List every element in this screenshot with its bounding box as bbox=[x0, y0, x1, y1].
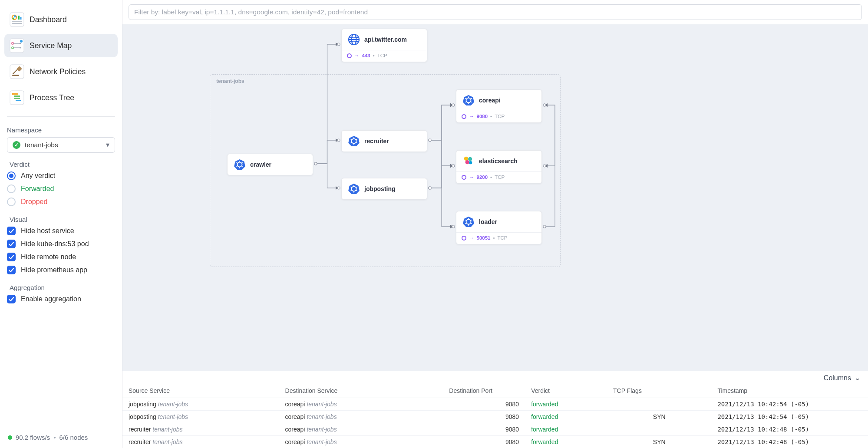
filters: Verdict Any verdict Forwarded Dropped Vi… bbox=[7, 159, 115, 303]
service-title: crawler bbox=[250, 161, 271, 168]
status-flows: 90.2 flows/s bbox=[16, 434, 50, 441]
nav-list: Dashboard Service Map Network Policies P… bbox=[4, 8, 118, 109]
edge-endpoint bbox=[337, 43, 340, 46]
service-title: jobposting bbox=[364, 185, 396, 192]
service-card-loader[interactable]: loader → 50051 • TCP bbox=[456, 211, 542, 244]
service-title: elasticsearch bbox=[479, 158, 518, 165]
col-timestamp[interactable]: Timestamp bbox=[711, 384, 868, 398]
service-card-coreapi[interactable]: coreapi → 9080 • TCP bbox=[456, 89, 542, 123]
namespace-box-label: tenant-jobs bbox=[216, 78, 244, 84]
flows-table: Source Service Destination Service Desti… bbox=[122, 384, 868, 448]
service-card-elasticsearch[interactable]: elasticsearch → 9200 • TCP bbox=[456, 150, 542, 184]
cell-port: 9080 bbox=[443, 398, 525, 411]
service-port: → 443 • TCP bbox=[342, 50, 427, 62]
port-arrow-icon: → bbox=[354, 53, 360, 58]
port-number: 9200 bbox=[477, 175, 488, 180]
visual-option-label: Hide kube-dns:53 pod bbox=[21, 240, 89, 248]
service-port: → 9080 • TCP bbox=[456, 111, 541, 122]
namespace-value: tenant-jobs bbox=[25, 141, 58, 149]
cell-port: 9080 bbox=[443, 423, 525, 436]
port-circle-icon bbox=[462, 236, 466, 240]
service-map-icon bbox=[10, 38, 24, 53]
service-card-jobposting[interactable]: jobposting bbox=[341, 178, 427, 200]
visual-option-prom[interactable]: Hide prometheus app bbox=[7, 266, 115, 274]
cell-verdict: forwarded bbox=[525, 436, 607, 448]
table-row[interactable]: jobposting tenant-jobs coreapi tenant-jo… bbox=[122, 398, 868, 411]
cell-verdict: forwarded bbox=[525, 411, 607, 423]
flows-header-row: Source Service Destination Service Desti… bbox=[122, 384, 868, 398]
visual-option-label: Hide host service bbox=[21, 227, 74, 235]
aggregation-option[interactable]: Enable aggregation bbox=[7, 295, 115, 303]
visual-option-host[interactable]: Hide host service bbox=[7, 227, 115, 235]
table-row[interactable]: recruiter tenant-jobs coreapi tenant-job… bbox=[122, 436, 868, 448]
table-row[interactable]: jobposting tenant-jobs coreapi tenant-jo… bbox=[122, 411, 868, 423]
flow-panel: Columns ⌄ Source Service Destination Ser… bbox=[122, 371, 868, 448]
col-port[interactable]: Destination Port bbox=[443, 384, 525, 398]
kubernetes-icon bbox=[462, 94, 475, 106]
main: tenant-jobs crawler api.twitter.com → 44… bbox=[122, 0, 868, 448]
aggregation-option-label: Enable aggregation bbox=[21, 295, 81, 303]
policies-icon bbox=[10, 64, 24, 79]
table-row[interactable]: recruiter tenant-jobs coreapi tenant-job… bbox=[122, 423, 868, 436]
cell-timestamp: 2021/12/13 10:42:54 (-05) bbox=[711, 411, 868, 423]
radio-icon bbox=[7, 171, 16, 180]
elastic-icon bbox=[462, 155, 475, 167]
aggregation-label: Aggregation bbox=[10, 284, 112, 291]
sidebar: Dashboard Service Map Network Policies P… bbox=[0, 0, 122, 448]
service-header: loader bbox=[456, 211, 541, 232]
namespace-select-button[interactable]: ✓ tenant-jobs ▾ bbox=[7, 137, 115, 153]
verdict-option-forwarded[interactable]: Forwarded bbox=[7, 184, 115, 193]
flows-body: jobposting tenant-jobs coreapi tenant-jo… bbox=[122, 398, 868, 448]
sidebar-item-dashboard[interactable]: Dashboard bbox=[4, 8, 118, 31]
cell-destination: coreapi tenant-jobs bbox=[279, 436, 443, 448]
verdict-option-dropped[interactable]: Dropped bbox=[7, 198, 115, 206]
col-destination[interactable]: Destination Service bbox=[279, 384, 443, 398]
checkbox-icon bbox=[7, 227, 16, 235]
col-verdict[interactable]: Verdict bbox=[525, 384, 607, 398]
visual-group: Hide host service Hide kube-dns:53 pod H… bbox=[7, 227, 115, 274]
cell-verdict: forwarded bbox=[525, 398, 607, 411]
cell-tcp: SYN bbox=[607, 436, 711, 448]
col-tcp-flags[interactable]: TCP Flags bbox=[607, 384, 711, 398]
cell-source: recruiter tenant-jobs bbox=[122, 436, 279, 448]
visual-option-kube[interactable]: Hide kube-dns:53 pod bbox=[7, 240, 115, 248]
radio-icon bbox=[7, 184, 16, 193]
service-map-canvas[interactable]: tenant-jobs crawler api.twitter.com → 44… bbox=[122, 24, 868, 371]
cell-destination: coreapi tenant-jobs bbox=[279, 423, 443, 436]
namespace-select[interactable]: ✓ tenant-jobs ▾ bbox=[7, 137, 115, 153]
columns-label: Columns bbox=[824, 374, 851, 382]
visual-option-remote[interactable]: Hide remote node bbox=[7, 253, 115, 261]
sidebar-item-service-map[interactable]: Service Map bbox=[4, 34, 118, 57]
verdict-option-any[interactable]: Any verdict bbox=[7, 171, 115, 180]
sidebar-item-label: Service Map bbox=[30, 41, 72, 50]
cell-timestamp: 2021/12/13 10:42:54 (-05) bbox=[711, 398, 868, 411]
cell-verdict: forwarded bbox=[525, 423, 607, 436]
flow-toolbar: Columns ⌄ bbox=[122, 371, 868, 384]
service-card-crawler[interactable]: crawler bbox=[227, 154, 313, 175]
port-proto: TCP bbox=[495, 114, 505, 119]
cell-source: jobposting tenant-jobs bbox=[122, 411, 279, 423]
service-title: api.twitter.com bbox=[364, 36, 407, 43]
port-proto: TCP bbox=[377, 53, 387, 58]
service-card-recruiter[interactable]: recruiter bbox=[341, 130, 427, 152]
checkbox-icon bbox=[7, 266, 16, 274]
service-port: → 9200 • TCP bbox=[456, 171, 541, 183]
service-card-api-twitter[interactable]: api.twitter.com → 443 • TCP bbox=[341, 29, 427, 62]
cell-port: 9080 bbox=[443, 411, 525, 423]
kubernetes-icon bbox=[348, 183, 360, 195]
filter-bar bbox=[122, 0, 868, 24]
sidebar-item-policies[interactable]: Network Policies bbox=[4, 60, 118, 83]
service-title: coreapi bbox=[479, 97, 501, 104]
port-circle-icon bbox=[462, 175, 466, 180]
checkbox-icon bbox=[7, 295, 16, 303]
sidebar-item-process[interactable]: Process Tree bbox=[4, 86, 118, 109]
columns-button[interactable]: Columns ⌄ bbox=[824, 374, 860, 382]
col-source[interactable]: Source Service bbox=[122, 384, 279, 398]
port-arrow-icon: → bbox=[469, 175, 474, 180]
visual-section: Visual Hide host service Hide kube-dns:5… bbox=[7, 214, 115, 274]
aggregation-group: Enable aggregation bbox=[7, 295, 115, 303]
status-dot-icon bbox=[8, 435, 12, 440]
service-header: recruiter bbox=[342, 131, 427, 152]
filter-input[interactable] bbox=[129, 4, 862, 20]
kubernetes-icon bbox=[234, 158, 246, 171]
